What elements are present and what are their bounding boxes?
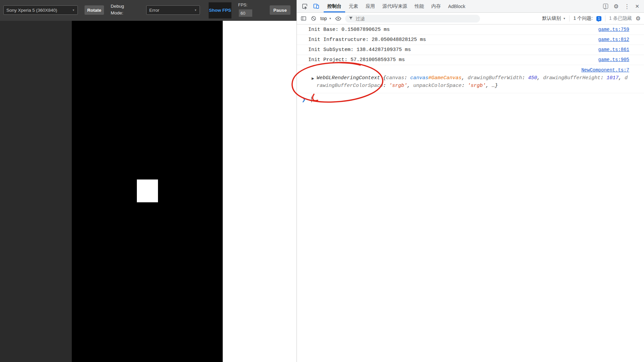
tab-性能[interactable]: 性能 <box>411 0 428 12</box>
divider <box>569 15 570 21</box>
pause-button[interactable]: Pause <box>270 5 290 15</box>
preview-token: , <box>486 83 492 89</box>
device-toolbar-icon[interactable] <box>313 3 319 10</box>
settings-gear-icon[interactable]: ⚙ <box>613 3 619 10</box>
chevron-down-icon: ▼ <box>194 9 197 12</box>
game-canvas[interactable] <box>72 21 223 362</box>
preview-token: , <box>537 75 543 81</box>
devtools-panel: 控制台元素应用源代码/来源性能内存AdBlock 1 ⚙ ⋮ ✕ top ▼ <box>297 0 644 362</box>
object-preview[interactable]: ▶ WebGLRenderingContext {canvas: canvas#… <box>297 73 629 90</box>
log-source-link[interactable]: game.ts:905 <box>598 57 629 62</box>
context-label: top <box>320 16 327 21</box>
preview-token: 1017 <box>606 75 619 81</box>
preview-token: drawingBufferWidth <box>468 75 522 81</box>
expand-triangle-icon[interactable]: ▶ <box>312 76 314 80</box>
log-levels-label: 默认级别 <box>542 15 561 21</box>
tab-源代码/来源[interactable]: 源代码/来源 <box>379 0 411 12</box>
log-message: Init Infrastructure: 28.050048828125 ms <box>308 37 593 43</box>
preview-token: 'srgb' <box>468 83 486 89</box>
fps-input[interactable] <box>239 9 252 17</box>
console-settings-gear-icon[interactable]: ⚙ <box>636 15 641 22</box>
tab-内存[interactable]: 内存 <box>428 0 444 12</box>
preview-token: …} <box>492 83 498 89</box>
emulator-body <box>0 21 297 362</box>
preview-token: unpackColorSpace <box>413 83 462 89</box>
debug-level-select[interactable]: Error ▼ <box>146 5 200 15</box>
preview-token: : <box>600 75 606 81</box>
console-filter-field[interactable] <box>345 15 480 22</box>
preview-token: , <box>619 75 625 81</box>
console-sidebar-toggle-icon[interactable] <box>300 15 307 22</box>
clear-console-icon[interactable] <box>310 15 317 22</box>
text-cursor <box>311 97 312 102</box>
preview-token: #GameCanvas <box>428 75 462 81</box>
console-log-row: Init Project: 57.281005859375 msgame.ts:… <box>297 55 644 65</box>
log-message: Init Project: 57.281005859375 ms <box>308 57 593 63</box>
issues-bubble-icon[interactable]: 1 <box>603 4 608 9</box>
log-levels-select[interactable]: 默认级别 ▼ <box>542 15 566 21</box>
screenshot-stage: Sony Xperia 5 (360X840) ▼ Rotate Debug M… <box>0 0 644 362</box>
fps-label: FPS: <box>238 3 248 7</box>
tab-元素[interactable]: 元素 <box>345 0 362 12</box>
log-source-link[interactable]: game.ts:861 <box>598 47 629 52</box>
filter-funnel-icon <box>348 16 353 21</box>
preview-token: : <box>462 83 468 89</box>
console-toolbar: top ▼ 默认级别 ▼ 1 个问题: 1 1 <box>297 13 644 24</box>
console-log-row: Init SubSystem: 138.44287109375 msgame.t… <box>297 45 644 55</box>
live-expression-eye-icon[interactable] <box>335 15 341 22</box>
preview-token: canvas <box>386 75 404 81</box>
preview-token: : <box>522 75 528 81</box>
hidden-messages-label: 1 条已隐藏 <box>609 15 632 21</box>
console-object-log-row: NewComponent.ts:7 ▶ WebGLRenderingContex… <box>297 65 644 93</box>
tabbar-right-controls: 1 ⚙ ⋮ ✕ <box>603 0 642 12</box>
emulator-pane: Sony Xperia 5 (360X840) ▼ Rotate Debug M… <box>0 0 297 362</box>
prompt-chevron-icon: ❯ <box>302 96 306 102</box>
preview-token: : <box>383 83 389 89</box>
show-fps-button[interactable]: Show FPS <box>209 2 231 18</box>
preview-token: WebGLRenderingContext <box>317 75 383 81</box>
devtools-tabbar: 控制台元素应用源代码/来源性能内存AdBlock 1 ⚙ ⋮ ✕ <box>297 0 644 13</box>
log-message: Init SubSystem: 138.44287109375 ms <box>308 47 593 53</box>
console-messages-area: Init Base: 0.15087890625 msgame.ts:759In… <box>297 25 644 362</box>
rotate-button[interactable]: Rotate <box>85 5 104 15</box>
preview-token: 450 <box>528 75 537 81</box>
chevron-down-icon: ▼ <box>563 17 566 20</box>
preview-token: : <box>404 75 410 81</box>
more-options-icon[interactable]: ⋮ <box>624 3 630 10</box>
chevron-down-icon: ▼ <box>72 9 75 12</box>
log-message: Init Base: 0.15087890625 ms <box>308 27 593 33</box>
inspect-element-icon[interactable] <box>301 3 308 10</box>
chevron-down-icon: ▼ <box>329 17 331 20</box>
tab-控制台[interactable]: 控制台 <box>324 0 345 12</box>
close-devtools-icon[interactable]: ✕ <box>635 3 639 9</box>
devtools-tabs: 控制台元素应用源代码/来源性能内存AdBlock <box>324 0 469 12</box>
preview-token: , <box>462 75 468 81</box>
device-select-value: Sony Xperia 5 (360X840) <box>6 8 57 13</box>
device-select[interactable]: Sony Xperia 5 (360X840) ▼ <box>3 5 78 15</box>
tab-应用[interactable]: 应用 <box>362 0 379 12</box>
divider <box>605 15 605 21</box>
preview-token: 'srgb' <box>389 83 407 89</box>
console-prompt[interactable]: ❯ <box>297 93 644 105</box>
tab-AdBlock[interactable]: AdBlock <box>444 0 469 12</box>
console-log-list: Init Base: 0.15087890625 msgame.ts:759In… <box>297 25 644 65</box>
console-log-row: Init Base: 0.15087890625 msgame.ts:759 <box>297 25 644 35</box>
emulator-toolbar: Sony Xperia 5 (360X840) ▼ Rotate Debug M… <box>0 0 297 21</box>
preview-token: drawingBufferHeight <box>543 75 600 81</box>
issues-count-label: 1 个问题: <box>573 15 593 21</box>
game-sprite-square <box>137 179 158 202</box>
page-background <box>223 21 297 362</box>
preview-token: , <box>407 83 413 89</box>
filter-input[interactable] <box>356 16 477 21</box>
javascript-context-select[interactable]: top ▼ <box>320 16 331 21</box>
object-preview-text: WebGLRenderingContext {canvas: canvas#Ga… <box>317 74 629 90</box>
console-toolbar-right: 默认级别 ▼ 1 个问题: 1 1 条已隐藏 ⚙ <box>542 15 641 22</box>
debug-mode-label: Debug Mode: <box>111 3 132 16</box>
debug-level-value: Error <box>149 8 159 13</box>
issues-count-bubble[interactable]: 1 <box>596 16 601 21</box>
log-source-link[interactable]: NewComponent.ts:7 <box>581 67 629 73</box>
console-log-row: Init Infrastructure: 28.050048828125 msg… <box>297 35 644 45</box>
log-source-link[interactable]: game.ts:812 <box>598 37 629 42</box>
preview-token: { <box>383 75 386 81</box>
log-source-link[interactable]: game.ts:759 <box>598 27 629 32</box>
